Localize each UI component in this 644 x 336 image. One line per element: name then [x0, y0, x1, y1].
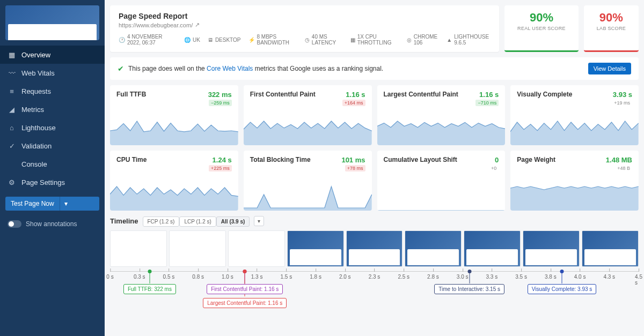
metric-delta: +78 ms	[345, 165, 365, 171]
metric-value: 3.93 s	[612, 91, 632, 99]
marker-line	[149, 272, 150, 283]
show-annotations-toggle[interactable]: Show annotations	[0, 216, 105, 232]
metric-delta: +48 B	[615, 165, 632, 171]
cpu-icon: ▦	[350, 37, 355, 43]
meta-lighthouse: ▲LIGHTHOUSE 9.6.5	[447, 34, 491, 46]
metric-value: 1.16 s	[475, 91, 499, 99]
desktop-icon: 🖥	[208, 37, 213, 43]
timeline-chip[interactable]: LCP (1.2 s)	[179, 216, 216, 227]
timeline-chip[interactable]: FCP (1.2 s)	[143, 216, 180, 227]
meta-latency: ◷40 MS LATENCY	[305, 34, 343, 46]
axis-tick: 2.5 s	[398, 272, 409, 280]
grid-icon: ▦	[8, 50, 16, 59]
axis-tick: 1.3 s	[251, 272, 263, 280]
metric-total-blocking-time[interactable]: Total Blocking Time 101 ms +78 ms	[244, 151, 372, 211]
metric-name: Full TTFB	[116, 91, 146, 98]
metric-name: Page Weight	[517, 156, 555, 163]
metric-name: Largest Contentful Paint	[384, 91, 458, 98]
axis-tick: 1.5 s	[280, 272, 292, 280]
metric-largest-contentful-paint[interactable]: Largest Contentful Paint 1.16 s −710 ms	[377, 85, 506, 145]
metric-cumulative-layout-shift[interactable]: Cumulative Layout Shift 0 +0	[377, 151, 506, 211]
axis-tick: 1.0 s	[222, 272, 233, 280]
sparkline-icon	[244, 184, 372, 211]
gear-icon: ⚙	[8, 178, 16, 186]
check-icon: ✓	[8, 141, 16, 150]
axis-tick: 0.5 s	[163, 272, 175, 280]
filmstrip-frame[interactable]	[110, 230, 167, 267]
filmstrip-frame[interactable]	[582, 230, 639, 267]
page-url[interactable]: https://www.debugbear.com/ ↗	[119, 21, 491, 28]
sidebar-item-overview[interactable]: ▦Overview	[0, 46, 105, 64]
axis-tick: 4.3 s	[603, 272, 615, 280]
clock-icon: 🕐	[119, 37, 125, 43]
axis-tick: 2.8 s	[427, 272, 439, 280]
metric-value: 1.24 s	[209, 156, 232, 164]
sparkline-icon	[110, 118, 238, 145]
axis-tick: 0.3 s	[134, 272, 145, 280]
page-thumbnail[interactable]	[5, 5, 99, 40]
axis-tick: 2.3 s	[369, 272, 380, 280]
sidebar-item-lighthouse[interactable]: ⌂Lighthouse	[0, 118, 105, 137]
meta-device: 🖥DESKTOP	[208, 34, 241, 46]
filmstrip-frame[interactable]	[464, 230, 521, 267]
metric-visually-complete[interactable]: Visually Complete 3.93 s +19 ms	[510, 85, 639, 145]
meta-browser: ◎CHROME 106	[407, 34, 440, 46]
sidebar-item-console[interactable]: Console	[0, 155, 105, 173]
metric-name: CPU Time	[116, 156, 147, 163]
cwv-link[interactable]: Core Web Vitals	[207, 65, 253, 72]
metric-cpu-time[interactable]: CPU Time 1.24 s +225 ms	[110, 151, 238, 211]
lab-score[interactable]: 90% LAB SCORE	[584, 5, 639, 52]
timeline-marker-label[interactable]: Largest Contentful Paint: 1.16 s	[203, 298, 287, 308]
axis-tick: 0.8 s	[192, 272, 204, 280]
page-title: Page Speed Report	[119, 12, 491, 20]
toggle-icon	[8, 220, 21, 228]
filmstrip-frame[interactable]	[346, 230, 403, 267]
timeline-chip[interactable]: All (3.9 s)	[216, 216, 250, 227]
timeline-marker-label[interactable]: Time to Interactive: 3.15 s	[434, 284, 504, 294]
timeline-title: Timeline	[110, 217, 138, 225]
filmstrip-frame[interactable]	[287, 230, 344, 267]
bandwidth-icon: ⚡	[248, 37, 255, 43]
sparkline-icon	[377, 118, 506, 145]
metric-first-contentful-paint[interactable]: First Contentful Paint 1.16 s +164 ms	[244, 85, 372, 145]
filmstrip-frame[interactable]	[405, 230, 462, 267]
sidebar-item-requests[interactable]: ≡Requests	[0, 82, 105, 100]
filmstrip-frame[interactable]	[523, 230, 580, 267]
sparkline-icon	[244, 118, 372, 145]
lighthouse-icon: ⌂	[8, 123, 16, 132]
meta-row: 🕐4 NOVEMBER 2022, 06:37 🌐UK 🖥DESKTOP ⚡8 …	[119, 34, 491, 46]
axis-tick: 3.3 s	[486, 272, 498, 280]
filmstrip[interactable]	[110, 230, 639, 267]
meta-date: 🕐4 NOVEMBER 2022, 06:37	[119, 34, 177, 46]
sidebar-item-page-settings[interactable]: ⚙Page Settings	[0, 173, 105, 191]
real-user-score[interactable]: 90% REAL USER SCORE	[504, 5, 579, 52]
filmstrip-frame[interactable]	[228, 230, 285, 267]
metric-value: 101 ms	[341, 156, 365, 164]
chevron-down-icon[interactable]: ▾	[254, 216, 264, 226]
sidebar-item-web-vitals[interactable]: 〰Web Vitals	[0, 64, 105, 82]
banner-text: This page does well on the Core Web Vita…	[128, 65, 383, 72]
metric-delta: −259 ms	[209, 100, 232, 106]
chevron-down-icon[interactable]: ▾	[60, 197, 72, 211]
cwv-banner: ✔ This page does well on the Core Web Vi…	[110, 57, 639, 80]
timeline-marker-label[interactable]: Full TTFB: 322 ms	[123, 284, 176, 294]
meta-cpu: ▦1X CPU THROTTLING	[350, 34, 399, 46]
timeline-axis: 0 s0.3 s0.5 s0.8 s1.0 s1.3 s1.5 s1.8 s2.…	[110, 271, 639, 283]
metric-name: Visually Complete	[517, 91, 572, 98]
view-details-button[interactable]: View Details	[588, 63, 631, 74]
check-circle-icon: ✔	[118, 64, 124, 73]
filmstrip-frame[interactable]	[169, 230, 226, 267]
annotations-label: Show annotations	[26, 220, 77, 228]
test-page-button[interactable]: Test Page Now ▾	[5, 197, 99, 211]
timeline-marker-label[interactable]: First Contentful Paint: 1.16 s	[207, 284, 283, 294]
chart-icon: ◢	[8, 105, 16, 114]
metric-value: 0	[489, 156, 499, 164]
metric-page-weight[interactable]: Page Weight 1.48 MB +48 B	[510, 151, 639, 211]
sidebar-item-metrics[interactable]: ◢Metrics	[0, 100, 105, 118]
metric-delta: +164 ms	[342, 100, 365, 106]
sidebar-item-validation[interactable]: ✓Validation	[0, 137, 105, 155]
meta-region: 🌐UK	[184, 34, 200, 46]
timeline-marker-label[interactable]: Visually Complete: 3.93 s	[528, 284, 597, 294]
metric-full-ttfb[interactable]: Full TTFB 322 ms −259 ms	[110, 85, 238, 145]
axis-tick: 0 s	[106, 272, 113, 280]
